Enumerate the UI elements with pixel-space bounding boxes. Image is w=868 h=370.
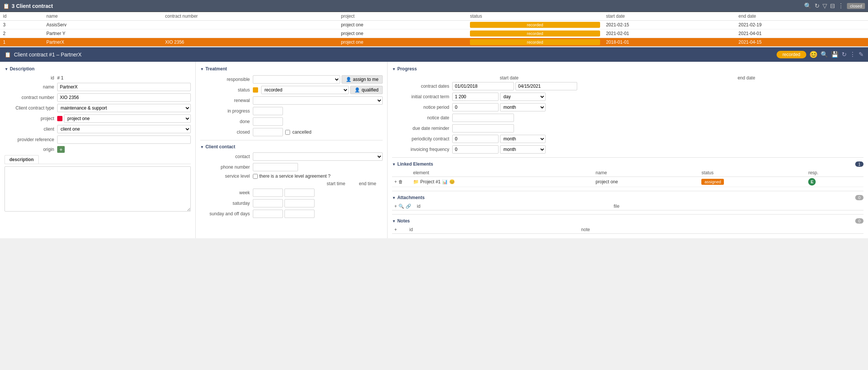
contract-number-label: contract number — [5, 95, 57, 100]
contract-type-row: Client contract type maintenance & suppo… — [5, 104, 191, 112]
done-input[interactable] — [253, 117, 283, 126]
attach-add-icon[interactable]: + — [394, 204, 397, 209]
tab-description[interactable]: description — [5, 155, 39, 164]
closed-input[interactable] — [253, 128, 283, 136]
list-row[interactable]: 3 AssisServ project one recorded 2021-02… — [0, 21, 868, 29]
qualified-button[interactable]: 👤 qualified — [350, 86, 383, 94]
due-date-input[interactable] — [452, 124, 514, 132]
col-contract-number[interactable]: contract number — [162, 12, 338, 21]
initial-term-input[interactable] — [452, 93, 499, 101]
filter-icon[interactable]: ▽ — [822, 2, 827, 9]
col-project[interactable]: project — [338, 12, 467, 21]
renewal-select[interactable] — [253, 96, 383, 105]
attachments-header: Attachments 0 — [392, 195, 863, 200]
in-progress-input[interactable] — [253, 107, 283, 115]
col-start-date[interactable]: start date — [603, 12, 736, 21]
closed-label: closed — [200, 129, 253, 135]
periodicity-unit[interactable]: month — [500, 135, 546, 143]
contract-end-date[interactable] — [515, 82, 577, 90]
col-id[interactable]: id — [0, 12, 43, 21]
cancelled-label: cancelled — [292, 129, 312, 135]
contract-type-label: Client contract type — [5, 105, 57, 111]
contract-type-select[interactable]: maintenance & support — [57, 104, 191, 112]
saturday-start-input[interactable] — [253, 199, 283, 207]
done-field — [253, 117, 383, 126]
assign-to-me-button[interactable]: 👤 assign to me — [342, 75, 383, 84]
description-title: Description — [5, 66, 191, 72]
refresh-icon[interactable]: ↻ — [815, 2, 819, 9]
origin-add-button[interactable]: + — [57, 146, 65, 153]
project-row: project project one — [5, 114, 191, 123]
invoicing-value: month — [452, 145, 546, 154]
form-status-badge[interactable]: recorded — [777, 51, 806, 58]
col-name[interactable]: name — [43, 12, 162, 21]
linked-table: element name status resp. + 🗑 📁 Project … — [392, 169, 863, 187]
contract-start-date[interactable] — [452, 82, 514, 90]
columns-icon[interactable]: ⊟ — [830, 2, 835, 9]
invoicing-unit[interactable]: month — [500, 145, 546, 154]
origin-field: + — [57, 146, 191, 153]
col-end-date[interactable]: end date — [736, 12, 868, 21]
provider-ref-row: provider reference — [5, 136, 191, 144]
search-icon[interactable]: 🔍 — [804, 2, 812, 9]
contact-select[interactable] — [253, 152, 383, 161]
form-refresh-icon[interactable]: ↻ — [842, 51, 847, 58]
notice-period-input[interactable] — [452, 103, 499, 111]
phone-field — [253, 163, 383, 171]
notes-header: Notes 0 — [392, 218, 863, 224]
done-label: done — [200, 119, 253, 124]
sunday-end-input[interactable] — [284, 210, 315, 218]
service-level-checkbox[interactable] — [253, 174, 258, 179]
week-end-input[interactable] — [284, 189, 315, 197]
contract-number-input[interactable] — [57, 93, 191, 102]
linked-col-element: element — [411, 169, 593, 177]
list-row[interactable]: 2 Partner Y project one recorded 2021-02… — [0, 29, 868, 38]
form-title: Client contract #1 – PartnerX — [14, 52, 777, 58]
contract-dates-label: contract dates — [392, 84, 452, 89]
notice-period-unit[interactable]: month — [500, 103, 546, 111]
list-row[interactable]: 1 PartnerX XIO 2356 project one recorded… — [0, 38, 868, 47]
linked-element: 📁 Project #1 📊 😊 — [411, 177, 593, 187]
contact-label: contact — [200, 154, 253, 159]
description-textarea[interactable] — [5, 166, 191, 212]
form-save-icon[interactable]: 💾 — [831, 51, 839, 58]
notice-date-input[interactable] — [452, 114, 514, 122]
provider-ref-input[interactable] — [57, 136, 191, 144]
attach-link-icon[interactable]: 🔗 — [406, 204, 411, 209]
cell-contract-number — [162, 29, 338, 38]
notes-add-icon[interactable]: + — [394, 227, 397, 232]
cell-id: 1 — [0, 38, 43, 47]
name-row: name — [5, 83, 191, 91]
col-status[interactable]: status — [467, 12, 603, 21]
cancelled-checkbox[interactable] — [285, 130, 290, 135]
phone-input[interactable] — [253, 163, 298, 171]
cell-name: Partner Y — [43, 29, 162, 38]
initial-term-unit[interactable]: day — [500, 93, 546, 101]
status-select[interactable]: recorded — [261, 86, 349, 94]
responsible-label: responsible — [200, 77, 253, 82]
periodicity-input[interactable] — [452, 135, 499, 143]
end-date-header: end date — [629, 75, 864, 81]
attach-search-icon[interactable]: 🔍 — [398, 204, 404, 209]
form-edit-icon[interactable]: ✎ — [859, 51, 863, 58]
closed-row: closed cancelled — [200, 128, 383, 136]
week-start-input[interactable] — [253, 189, 283, 197]
more-icon[interactable]: ⋮ — [838, 2, 844, 9]
linked-add-icon[interactable]: + — [394, 179, 397, 184]
linked-delete-icon[interactable]: 🗑 — [398, 179, 403, 184]
origin-label: origin — [5, 147, 57, 152]
name-input[interactable] — [57, 83, 191, 91]
saturday-end-input[interactable] — [284, 199, 315, 207]
form-more-icon[interactable]: ⋮ — [850, 51, 856, 58]
due-date-row: due date reminder — [392, 124, 863, 132]
responsible-field: 👤 assign to me — [253, 75, 383, 84]
contract-type-field: maintenance & support — [57, 104, 191, 112]
responsible-select[interactable] — [253, 75, 340, 84]
client-contact-title: Client contact — [200, 144, 383, 149]
cell-contract-number: XIO 2356 — [162, 38, 338, 47]
client-select[interactable]: client one — [57, 125, 191, 133]
form-search-icon[interactable]: 🔍 — [821, 51, 828, 58]
invoicing-input[interactable] — [452, 145, 499, 154]
sunday-start-input[interactable] — [253, 210, 283, 218]
project-select[interactable]: project one — [64, 114, 191, 123]
